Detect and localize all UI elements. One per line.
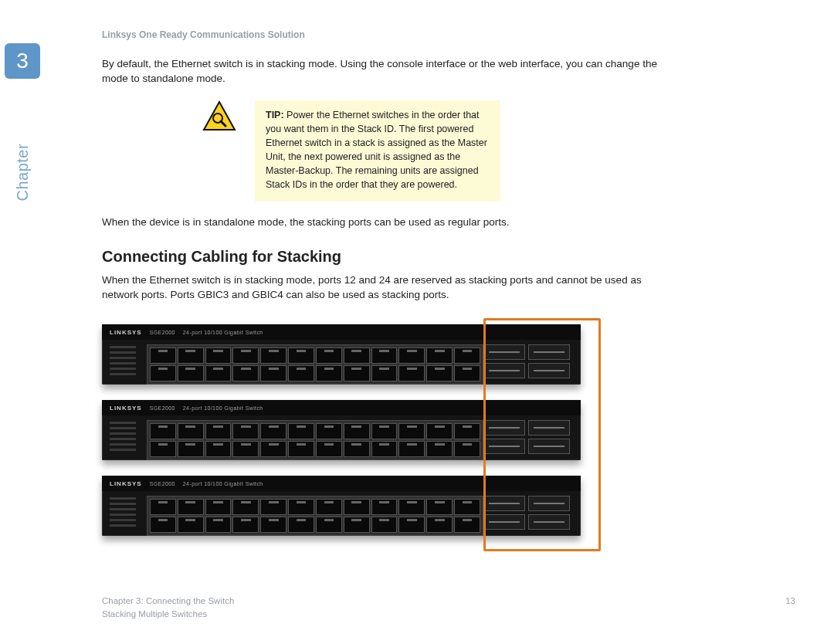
rj45-port	[288, 423, 314, 439]
switch-brand: LINKSYS	[110, 329, 142, 336]
rj45-port	[232, 499, 259, 515]
rj45-port	[454, 499, 480, 515]
rj45-port	[316, 441, 342, 457]
rj45-port	[288, 517, 314, 533]
rj45-port	[205, 441, 232, 457]
running-header: Linksys One Ready Communications Solutio…	[102, 29, 795, 40]
content-area: Linksys One Ready Communications Solutio…	[102, 29, 795, 548]
rj45-port	[344, 517, 370, 533]
document-page: 3 Chapter Linksys One Ready Communicatio…	[0, 0, 834, 644]
rj45-port	[205, 365, 232, 381]
rj45-port	[288, 365, 314, 381]
switch-model: SGE2000	[150, 481, 175, 486]
switch-desc: 24-port 10/100 Gigabit Switch	[183, 481, 263, 486]
rj45-port	[398, 441, 425, 457]
footer-chapter: Chapter 3: Connecting the Switch	[102, 595, 234, 608]
rj45-port	[178, 517, 204, 533]
rj45-port	[398, 423, 425, 439]
switch-port-bank	[147, 420, 483, 460]
rj45-port	[150, 441, 176, 457]
rj45-port	[398, 517, 425, 533]
rj45-port	[398, 347, 425, 364]
rj45-port	[426, 517, 453, 533]
chapter-number: 3	[16, 49, 29, 73]
tip-box: TIP: Power the Ethernet switches in the …	[255, 100, 500, 202]
page-number: 13	[785, 595, 795, 622]
rj45-port	[205, 347, 232, 364]
rj45-port	[426, 347, 453, 364]
rj45-port	[344, 365, 370, 381]
rj45-port	[260, 347, 286, 364]
rj45-port	[260, 423, 286, 439]
switch-model: SGE2000	[150, 405, 175, 411]
rj45-port	[371, 499, 398, 515]
page-footer: Chapter 3: Connecting the Switch Stackin…	[102, 595, 795, 622]
rj45-port	[454, 423, 480, 439]
rj45-port	[150, 423, 176, 439]
rj45-port	[232, 517, 259, 533]
rj45-port	[260, 499, 286, 515]
rj45-port	[426, 499, 453, 515]
footer-section: Stacking Multiple Switches	[102, 608, 234, 621]
rj45-port	[454, 441, 480, 457]
rj45-port	[371, 517, 398, 533]
tip-text: Power the Ethernet switches in the order…	[266, 110, 487, 191]
rj45-port	[426, 441, 453, 457]
section-heading: Connecting Cabling for Stacking	[102, 248, 795, 266]
switch-led-panel	[110, 422, 136, 452]
rj45-port	[260, 365, 286, 381]
switch-led-panel	[110, 346, 136, 377]
tip-callout: TIP: Power the Ethernet switches in the …	[202, 100, 635, 202]
rj45-port	[454, 365, 480, 381]
rj45-port	[260, 517, 286, 533]
section-body: When the Ethernet switch is in stacking …	[102, 273, 658, 303]
intro-paragraph: By default, the Ethernet switch is in st…	[102, 57, 658, 86]
rj45-port	[316, 423, 342, 439]
rj45-port	[371, 365, 398, 381]
rj45-port	[205, 517, 232, 533]
chapter-number-badge: 3	[5, 43, 40, 79]
switch-desc: 24-port 10/100 Gigabit Switch	[183, 330, 263, 335]
rj45-port	[371, 347, 398, 364]
rj45-port	[316, 347, 342, 364]
switch-model: SGE2000	[150, 330, 175, 335]
rj45-port	[150, 517, 176, 533]
chapter-side-tab: 3 Chapter	[5, 43, 40, 244]
rj45-port	[316, 499, 342, 515]
switch-desc: 24-port 10/100 Gigabit Switch	[183, 405, 263, 411]
rj45-port	[178, 423, 204, 439]
rj45-port	[178, 347, 204, 364]
rj45-port	[178, 441, 204, 457]
rj45-port	[454, 347, 480, 364]
rj45-port	[288, 347, 314, 364]
switch-brand: LINKSYS	[110, 480, 142, 487]
rj45-port	[398, 499, 425, 515]
rj45-port	[344, 499, 370, 515]
standalone-paragraph: When the device is in standalone mode, t…	[102, 215, 658, 230]
rj45-port	[344, 441, 370, 457]
rj45-port	[288, 499, 314, 515]
rj45-port	[205, 423, 232, 439]
rj45-port	[232, 423, 259, 439]
rj45-port	[454, 517, 480, 533]
rj45-port	[371, 423, 398, 439]
rj45-port	[426, 423, 453, 439]
rj45-port	[178, 365, 204, 381]
chapter-label: Chapter	[14, 166, 32, 202]
switch-led-panel	[110, 497, 136, 528]
tip-label: TIP:	[266, 110, 284, 120]
highlight-box	[483, 318, 601, 551]
rj45-port	[398, 365, 425, 381]
rj45-port	[344, 347, 370, 364]
rj45-port	[316, 517, 342, 533]
rj45-port	[232, 441, 259, 457]
rj45-port	[344, 423, 370, 439]
rj45-port	[178, 499, 204, 515]
rj45-port	[150, 499, 176, 515]
rj45-port	[316, 365, 342, 381]
rj45-port	[205, 499, 232, 515]
magnifier-warning-icon	[202, 100, 236, 131]
rj45-port	[232, 347, 259, 364]
rj45-port	[371, 441, 398, 457]
rj45-port	[260, 441, 286, 457]
